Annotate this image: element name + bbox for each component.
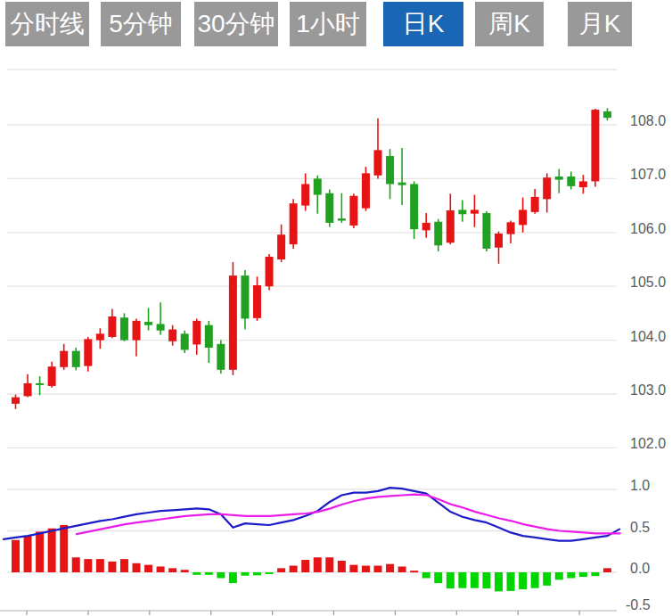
candle-body <box>217 344 225 370</box>
candle-body <box>60 351 68 367</box>
candle-body <box>96 333 104 340</box>
macd-bar <box>217 572 225 579</box>
candle-body <box>120 317 128 340</box>
macd-bar <box>567 572 575 579</box>
candle-body <box>12 398 20 404</box>
macd-bar <box>422 572 430 579</box>
macd-lines <box>4 488 620 541</box>
price-tick-label: 104.0 <box>630 329 666 344</box>
candle-body <box>290 203 298 244</box>
macd-bar <box>338 561 346 572</box>
macd-bar <box>48 529 56 572</box>
macd-bar <box>120 559 128 572</box>
candle-body <box>458 209 466 214</box>
macd-bar <box>386 564 394 572</box>
candle-body <box>241 275 249 318</box>
macd-bar <box>495 572 503 591</box>
candle-body <box>108 316 116 337</box>
candle-body <box>471 209 479 213</box>
macd-bar <box>471 572 479 588</box>
macd-bar <box>603 568 611 572</box>
candle-body <box>168 330 176 341</box>
macd-bar <box>434 572 442 583</box>
kline-chart: 108.0107.0106.0105.0104.0103.0102.01.00.… <box>0 0 672 616</box>
candle-body <box>482 213 490 249</box>
candle-body <box>531 197 539 212</box>
kline-widget: 分时线 5分钟 30分钟 1小时 日K 周K 月K 108.0107.0106.… <box>0 0 672 616</box>
macd-tick-label: 1.0 <box>630 478 650 493</box>
macd-bar <box>193 572 201 575</box>
price-tick-label: 105.0 <box>630 275 666 290</box>
macd-bar <box>133 563 141 572</box>
macd-bar <box>168 568 176 572</box>
macd-bar <box>60 525 68 572</box>
macd-bar <box>72 557 80 572</box>
macd-tick-label: 0.0 <box>630 561 650 576</box>
candle-body <box>447 210 455 242</box>
macd-bar <box>482 572 490 588</box>
macd-bar <box>507 572 515 591</box>
macd-bar <box>157 566 165 572</box>
macd-bar <box>362 566 370 572</box>
candle-body <box>144 322 152 325</box>
candle-body <box>338 218 346 220</box>
candle-body <box>24 383 32 396</box>
candle-body <box>253 285 261 318</box>
price-tick-label: 108.0 <box>630 113 666 128</box>
candle-body <box>434 222 442 246</box>
dif-line <box>4 488 619 541</box>
candle-body <box>205 325 213 348</box>
macd-bar <box>398 566 406 572</box>
candle-body <box>398 183 406 185</box>
macd-bar <box>290 566 298 572</box>
price-tick-label: 102.0 <box>630 436 666 451</box>
macd-bar <box>591 572 599 576</box>
macd-bar <box>410 571 418 572</box>
candle-body <box>36 383 44 385</box>
macd-bar <box>241 572 249 576</box>
macd-bar <box>266 572 274 574</box>
candle-body <box>277 234 285 259</box>
candle-body <box>229 275 237 370</box>
macd-bar <box>447 572 455 588</box>
candle-body <box>325 193 333 223</box>
candle-body <box>362 173 370 208</box>
macd-bar <box>325 557 333 572</box>
candle-body <box>410 184 418 229</box>
dea-line <box>77 495 620 535</box>
macd-bar <box>349 565 357 572</box>
macd-tick-label: 0.5 <box>630 520 650 535</box>
macd-bar <box>36 531 44 572</box>
macd-bar <box>277 568 285 572</box>
candle-body <box>157 324 165 330</box>
candle-body <box>72 351 80 367</box>
candle-body <box>422 223 430 230</box>
macd-bar <box>531 572 539 588</box>
candle-body <box>591 110 599 181</box>
macd-bar <box>314 557 322 572</box>
candle-body <box>301 184 309 205</box>
grid-lines <box>0 70 617 615</box>
candle-body <box>374 150 382 175</box>
axis-labels: 108.0107.0106.0105.0104.0103.0102.01.00.… <box>626 113 666 612</box>
macd-bar <box>229 572 237 583</box>
macd-tick-label: -0.5 <box>626 597 651 612</box>
macd-bar <box>108 562 116 572</box>
candle-body <box>567 177 575 186</box>
macd-bar <box>84 559 92 572</box>
candle-body <box>555 177 563 180</box>
price-tick-label: 103.0 <box>630 382 666 398</box>
candle-body <box>48 366 56 386</box>
candle-body <box>579 181 587 187</box>
macd-bar <box>458 572 466 588</box>
macd-bar <box>205 572 213 575</box>
price-tick-label: 106.0 <box>630 221 666 236</box>
candle-body <box>507 222 515 234</box>
candle-body <box>603 111 611 118</box>
macd-bar <box>12 540 20 572</box>
candle-body <box>495 234 503 248</box>
candle-body <box>84 339 92 365</box>
candle-body <box>181 333 189 349</box>
price-tick-label: 107.0 <box>630 167 666 182</box>
candlestick-series <box>12 108 611 409</box>
